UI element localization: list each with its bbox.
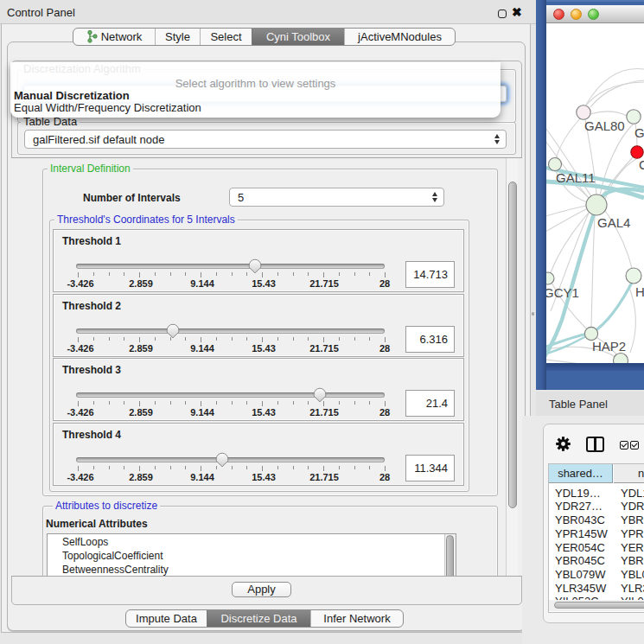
svg-text:C: C [639, 157, 644, 172]
svg-text:GAL80: GAL80 [584, 118, 625, 133]
svg-text:GAL11: GAL11 [556, 170, 596, 185]
svg-text:GA: GA [634, 125, 644, 140]
svg-text:H: H [635, 284, 644, 299]
svg-text:GAL4: GAL4 [597, 215, 630, 230]
svg-text:GCY1: GCY1 [546, 285, 579, 300]
svg-text:HAP2: HAP2 [592, 339, 626, 354]
